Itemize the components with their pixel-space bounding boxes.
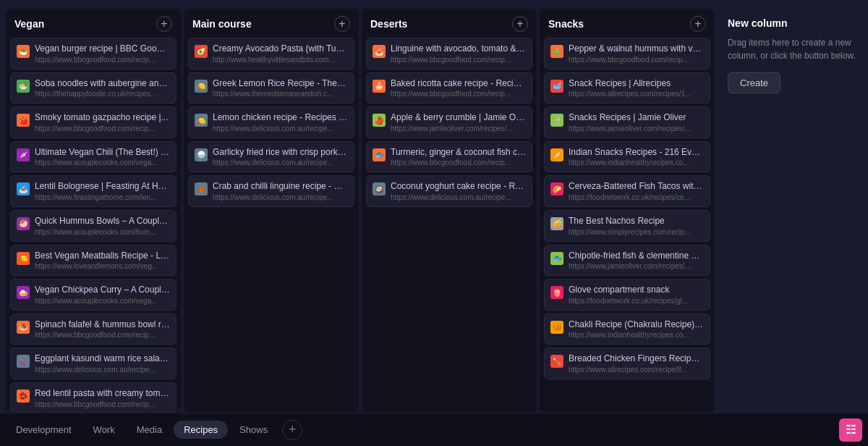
column-items-snacks: 🫑Pepper & walnut hummus with veg...https…	[540, 38, 715, 413]
card-title: Red lentil pasta with creamy tomat...	[35, 388, 170, 400]
card-url: https://www.bbcgoodfood.com/recip...	[35, 331, 170, 339]
taskbar: DevelopmentWorkMediaRecipesShows+☷	[0, 413, 868, 446]
list-item[interactable]: 🍚Garlicky fried rice with crisp pork r..…	[188, 141, 354, 173]
list-item[interactable]: 🍝Linguine with avocado, tomato & li...ht…	[366, 38, 532, 70]
list-item[interactable]: 🥙Quick Hummus Bowls – A Couple ...https:…	[10, 210, 176, 242]
card-favicon: 🍝	[373, 45, 386, 58]
card-url: https://www.delicious.com.au/recipe...	[213, 193, 348, 201]
card-favicon: 🥣	[550, 80, 563, 93]
card-favicon: 🍴	[550, 114, 563, 127]
card-url: https://www.acouplecooks.com/vega...	[35, 297, 170, 305]
card-title: Chipotle-fried fish & clementine bi...	[569, 251, 704, 262]
card-url: https://www.delicious.com.au/recipe...	[213, 159, 348, 167]
card-content: Creamy Avocado Pasta (with Tuna ...http:…	[213, 43, 348, 64]
card-url: https://thehappyfoodie.co.uk/recipes...	[35, 90, 170, 98]
card-title: Glove compartment snack	[569, 285, 704, 296]
card-title: Baked ricotta cake recipe - Recipe...	[391, 78, 526, 90]
card-favicon: 🥨	[550, 321, 563, 334]
list-item[interactable]: 🫘Red lentil pasta with creamy tomat...ht…	[10, 382, 176, 413]
card-title: Indian Snacks Recipes - 216 Eveni...	[569, 147, 704, 159]
card-title: Linguine with avocado, tomato & li...	[391, 43, 526, 55]
add-item-button-deserts[interactable]: +	[512, 16, 528, 32]
list-item[interactable]: 🥨Chakli Recipe (Chakralu Recipe) - ...ht…	[544, 314, 710, 345]
card-content: Chipotle-fried fish & clementine bi...ht…	[569, 251, 704, 271]
list-item[interactable]: 🎂Baked ricotta cake recipe - Recipe...ht…	[366, 72, 532, 104]
list-item[interactable]: 🍜Soba noodles with aubergine and ...http…	[10, 72, 176, 104]
card-content: Breaded Chicken Fingers Recipe | ...http…	[569, 353, 704, 374]
card-content: Lentil Bolognese | Feasting At Homehttps…	[35, 181, 170, 201]
card-url: https://www.themediterraneandish.c...	[213, 90, 348, 98]
card-favicon: 🌮	[550, 182, 563, 195]
list-item[interactable]: 🍴Snacks Recipes | Jamie Oliverhttps://ww…	[544, 106, 710, 138]
list-item[interactable]: 🍿Glove compartment snackhttps://foodnetw…	[544, 279, 710, 311]
column-main-course: Main course+🥑Creamy Avocado Pasta (with …	[184, 9, 359, 413]
card-url: https://foodnetwork.co.uk/recipes/ce...	[569, 193, 704, 201]
list-item[interactable]: 🍎Apple & berry crumble | Jamie Oliv...ht…	[366, 106, 532, 138]
tab-development[interactable]: Development	[6, 421, 82, 439]
card-content: Linguine with avocado, tomato & li...htt…	[391, 43, 526, 64]
column-items-vegan: 🥗Vegan burger recipe | BBC Good F...http…	[6, 38, 181, 413]
list-item[interactable]: 🍋Lemon chicken recipe - Recipes - ...htt…	[188, 106, 354, 138]
list-item[interactable]: 🧆Spinach falafel & hummus bowl re...http…	[10, 314, 176, 345]
card-title: Lentil Bolognese | Feasting At Home	[35, 181, 170, 193]
add-item-button-main-course[interactable]: +	[334, 16, 350, 32]
card-url: https://www.feastingathome.com/len...	[35, 193, 170, 201]
card-content: Crab and chilli linguine recipe - Re...h…	[213, 181, 348, 201]
card-favicon: 🥥	[373, 182, 386, 195]
card-favicon: 🍿	[550, 286, 563, 299]
card-favicon: 🍛	[17, 286, 30, 299]
card-favicon: 🥗	[17, 45, 30, 58]
tab-recipes[interactable]: Recipes	[174, 421, 228, 439]
list-item[interactable]: 🌶Indian Snacks Recipes - 216 Eveni...htt…	[544, 141, 710, 173]
column-snacks: Snacks+🫑Pepper & walnut hummus with veg.…	[540, 9, 715, 413]
list-item[interactable]: 🍅Smoky tomato gazpacho recipe |...https:…	[10, 106, 176, 138]
create-column-button[interactable]: Create	[728, 72, 780, 93]
add-item-button-vegan[interactable]: +	[156, 16, 172, 32]
card-content: Pepper & walnut hummus with veg...https:…	[569, 43, 704, 64]
column-header-vegan: Vegan+	[6, 9, 181, 38]
column-title-vegan: Vegan	[14, 18, 44, 30]
list-item[interactable]: 🍋Best Vegan Meatballs Recipe - Lo...http…	[10, 245, 176, 277]
list-item[interactable]: 🥣Snack Recipes | Allrecipeshttps://www.a…	[544, 72, 710, 104]
card-url: https://www.acouplecooks.com/vega...	[35, 159, 170, 167]
card-url: https://www.bbcgoodfood.com/recip...	[391, 56, 526, 64]
tab-shows[interactable]: Shows	[229, 421, 278, 439]
list-item[interactable]: 🐟Turmeric, ginger & coconut fish cu...ht…	[366, 141, 532, 173]
list-item[interactable]: 🍛Vegan Chickpea Curry – A Couple ...http…	[10, 279, 176, 311]
add-tab-button[interactable]: +	[282, 420, 302, 440]
add-item-button-snacks[interactable]: +	[690, 16, 706, 32]
list-item[interactable]: 🍗Breaded Chicken Fingers Recipe | ...htt…	[544, 348, 710, 379]
list-item[interactable]: 🍝Lentil Bolognese | Feasting At Homehttp…	[10, 175, 176, 207]
list-item[interactable]: 🌶Ultimate Vegan Chili (The Best!) – ...h…	[10, 141, 176, 173]
list-item[interactable]: 🥥Coconut yoghurt cake recipe - Re...http…	[366, 175, 532, 207]
list-item[interactable]: 🦀Crab and chilli linguine recipe - Re...…	[188, 175, 354, 207]
card-content: Snacks Recipes | Jamie Oliverhttps://www…	[569, 112, 704, 132]
card-title: Eggplant kasundi warm rice salad ...	[35, 353, 170, 365]
card-content: Soba noodles with aubergine and ...https…	[35, 78, 170, 98]
tab-media[interactable]: Media	[127, 421, 172, 439]
raindrop-icon[interactable]: ☷	[839, 418, 862, 442]
card-title: Soba noodles with aubergine and ...	[35, 78, 170, 90]
list-item[interactable]: 🧀The Best Nachos Recipehttps://www.simpl…	[544, 210, 710, 242]
list-item[interactable]: 🌮Cerveza-Battered Fish Tacos with ...htt…	[544, 175, 710, 207]
card-favicon: 🥙	[17, 217, 30, 230]
card-content: Glove compartment snackhttps://foodnetwo…	[569, 285, 704, 305]
card-title: Spinach falafel & hummus bowl re...	[35, 319, 170, 331]
list-item[interactable]: 🫑Pepper & walnut hummus with veg...https…	[544, 38, 710, 70]
card-content: Ultimate Vegan Chili (The Best!) – ...ht…	[35, 147, 170, 167]
card-content: Best Vegan Meatballs Recipe - Lo...https…	[35, 251, 170, 271]
card-title: Quick Hummus Bowls – A Couple ...	[35, 216, 170, 227]
list-item[interactable]: 🥗Vegan burger recipe | BBC Good F...http…	[10, 38, 176, 70]
list-item[interactable]: 🐟Chipotle-fried fish & clementine bi...h…	[544, 245, 710, 277]
card-title: Apple & berry crumble | Jamie Oliv...	[391, 112, 526, 124]
card-content: Quick Hummus Bowls – A Couple ...https:/…	[35, 216, 170, 236]
list-item[interactable]: 🍆Eggplant kasundi warm rice salad ...htt…	[10, 348, 176, 379]
card-url: https://www.delicious.com.au/recipe...	[213, 125, 348, 132]
list-item[interactable]: 🍋Greek Lemon Rice Recipe - The M...https…	[188, 72, 354, 104]
tab-work[interactable]: Work	[83, 421, 125, 439]
card-title: Ultimate Vegan Chili (The Best!) – ...	[35, 147, 170, 159]
new-column-panel: New columnDrag items here to create a ne…	[718, 9, 868, 413]
list-item[interactable]: 🥑Creamy Avocado Pasta (with Tuna ...http…	[188, 38, 354, 70]
card-url: https://www.allrecipes.com/recipes/1...	[569, 90, 704, 98]
card-url: https://www.bbcgoodfood.com/recip...	[35, 125, 170, 132]
